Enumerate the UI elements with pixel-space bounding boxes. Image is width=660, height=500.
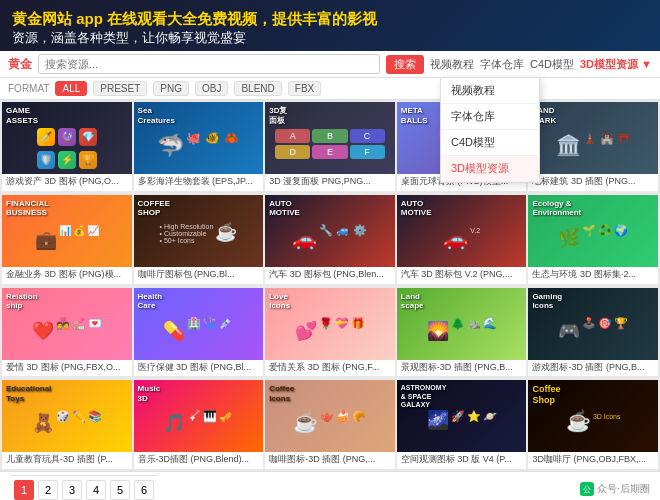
- grid-item-health[interactable]: HealthCare 💊 🏥 🩺 💉 医疗保健 3D 图标 (PNG,Bl...: [134, 288, 264, 377]
- grid-item-finance[interactable]: FINANCIALBUSINESS 💼 📊 💰 📈 金融业务 3D 图标 (PN…: [2, 195, 132, 284]
- grid-row-4: EducationalToys 🧸 🎲 ✏️ 📚 儿童教育玩具-3D 插图 (P…: [0, 378, 660, 471]
- filter-fbx[interactable]: FBX: [288, 81, 321, 96]
- page-4[interactable]: 4: [86, 480, 106, 500]
- grid-item-auto1[interactable]: AUTOMOTIVE 🚗 🔧 🚙 ⚙️ 汽车 3D 图标包 (PNG,Blen.…: [265, 195, 395, 284]
- grid-item-ecology[interactable]: Ecology &Environment 🌿 🌱 ♻️ 🌍 生态与环境 3D 图…: [528, 195, 658, 284]
- nav-dropdown: 视频教程 字体仓库 C4D模型 3D模型资源: [440, 77, 540, 183]
- filter-blend[interactable]: BLEND: [234, 81, 281, 96]
- page-6[interactable]: 6: [134, 480, 154, 500]
- navbar-links: 视频教程 字体仓库 C4D模型 3D模型资源 ▼: [430, 57, 652, 72]
- nav-c4d[interactable]: C4D模型: [530, 57, 574, 72]
- page-1[interactable]: 1: [14, 480, 34, 500]
- grid-item-music[interactable]: Music3D 🎵 🎸 🎹 🎺 音乐-3D插图 (PNG,Blend)...: [134, 380, 264, 469]
- nav-video[interactable]: 视频教程: [430, 57, 474, 72]
- banner-subtitle: 资源，涵盖各种类型，让你畅享视觉盛宴: [12, 29, 648, 47]
- caption-coffeeshop-row2: 咖啡厅图标包 (PNG,Bl...: [134, 267, 264, 284]
- grid-item-marine[interactable]: SeaCreatures 🦈 🐙 🐠 🦀 多彩海洋生物套装 (EPS,JP...: [134, 102, 264, 191]
- filter-all[interactable]: ALL: [55, 81, 87, 96]
- caption-marine: 多彩海洋生物套装 (EPS,JP...: [134, 174, 264, 191]
- grid-item-landscape[interactable]: Landscape 🌄 🌲 ⛰️ 🌊 景观图标-3D 插图 (PNG,B...: [397, 288, 527, 377]
- grid-item-coffeefood[interactable]: CoffeeIcons ☕ 🫖 🍰 🥐 咖啡图标-3D 插图 (PNG,...: [265, 380, 395, 469]
- nav-fonts[interactable]: 字体仓库: [480, 57, 524, 72]
- grid-item-space[interactable]: ASTRONOMY& SPACEGALAXY 🌌 🚀 ⭐ 🪐 空间观测图标 3D…: [397, 380, 527, 469]
- caption-music: 音乐-3D插图 (PNG,Blend)...: [134, 452, 264, 469]
- caption-love: 爱情关系 3D 图标 (PNG,F...: [265, 360, 395, 377]
- page-5[interactable]: 5: [110, 480, 130, 500]
- dropdown-item-c4d[interactable]: C4D模型: [441, 130, 539, 156]
- nav-3d[interactable]: 3D模型资源 ▼: [580, 57, 652, 72]
- grid-item-auto2[interactable]: AUTOMOTIVE 🚗 V.2 汽车 3D 图标包 V.2 (PNG,...: [397, 195, 527, 284]
- caption-coffeefood: 咖啡图标-3D 插图 (PNG,...: [265, 452, 395, 469]
- grid-item-3dicons[interactable]: 3D复面板 A B C D E F 3D 漫复面板 PNG,PNG...: [265, 102, 395, 191]
- footer-watermark: 公 众号·后期圈: [580, 482, 650, 496]
- pagination: 1 2 3 4 5 6: [10, 475, 158, 500]
- caption-gaming: 游戏图标-3D 插图 (PNG,B...: [528, 360, 658, 377]
- dropdown-item-3d[interactable]: 3D模型资源: [441, 156, 539, 182]
- grid-item-edtoys[interactable]: EducationalToys 🧸 🎲 ✏️ 📚 儿童教育玩具-3D 插图 (P…: [2, 380, 132, 469]
- grid-row-3: Relationship ❤️ 💑 💒 💌 爱情 3D 图标 (PNG,FBX,…: [0, 286, 660, 379]
- page-3[interactable]: 3: [62, 480, 82, 500]
- grid-item-love[interactable]: LoveIcons 💕 🌹 💝 🎁 爱情关系 3D 图标 (PNG,F...: [265, 288, 395, 377]
- caption-relationship: 爱情 3D 图标 (PNG,FBX,O...: [2, 360, 132, 377]
- grid-item-relationship[interactable]: Relationship ❤️ 💑 💒 💌 爱情 3D 图标 (PNG,FBX,…: [2, 288, 132, 377]
- bottom-bar: 1 2 3 4 5 6 公 众号·后期圈: [0, 471, 660, 500]
- footer-text: 众号·后期圈: [597, 482, 650, 496]
- search-button[interactable]: 搜索: [386, 55, 424, 74]
- caption-auto1: 汽车 3D 图标包 (PNG,Blen...: [265, 267, 395, 284]
- caption-landscape: 景观图标-3D 插图 (PNG,B...: [397, 360, 527, 377]
- filter-png[interactable]: PNG: [153, 81, 189, 96]
- filter-obj[interactable]: OBJ: [195, 81, 228, 96]
- banner: 黄金网站 app 在线观看大全免费视频，提供丰富的影视 资源，涵盖各种类型，让你…: [0, 0, 660, 51]
- dropdown-item-video[interactable]: 视频教程: [441, 78, 539, 104]
- grid-row-2: FINANCIALBUSINESS 💼 📊 💰 📈 金融业务 3D 图标 (PN…: [0, 193, 660, 286]
- caption-landmark: 地标建筑 3D 插图 (PNG...: [528, 174, 658, 191]
- grid-item-landmark[interactable]: LANDMARK 🏛️ 🗼 🏰 ⛩️ 地标建筑 3D 插图 (PNG...: [528, 102, 658, 191]
- navbar: 黄金 搜索 视频教程 字体仓库 C4D模型 3D模型资源 ▼ 视频教程 字体仓库…: [0, 51, 660, 78]
- caption-edtoys: 儿童教育玩具-3D 插图 (P...: [2, 452, 132, 469]
- caption-space: 空间观测图标 3D 版 V4 (P...: [397, 452, 527, 469]
- grid-item-game[interactable]: GAMEASSETS 🗡️ 🔮 💎 🛡️ ⚡ 🏆 游戏资产 3D 图标 (PNG…: [2, 102, 132, 191]
- grid-item-coffeeshop-3d[interactable]: CoffeeShop ☕ 3D Icons 3D咖啡厅 (PNG,OBJ,FBX…: [528, 380, 658, 469]
- caption-health: 医疗保健 3D 图标 (PNG,Bl...: [134, 360, 264, 377]
- banner-title: 黄金网站 app 在线观看大全免费视频，提供丰富的影视: [12, 8, 648, 29]
- grid-item-coffeeshop-row2[interactable]: COFFEESHOP • High Resolution• Customizab…: [134, 195, 264, 284]
- caption-coffeeshop-3d: 3D咖啡厅 (PNG,OBJ,FBX,...: [528, 452, 658, 469]
- filter-bar: FORMAT ALL PRESET PNG OBJ BLEND FBX: [0, 78, 660, 100]
- filter-label: FORMAT: [8, 83, 49, 94]
- caption-finance: 金融业务 3D 图标 (PNG)模...: [2, 267, 132, 284]
- filter-preset[interactable]: PRESET: [93, 81, 147, 96]
- site-logo: 黄金: [8, 56, 32, 73]
- wechat-icon: 公: [580, 482, 594, 496]
- caption-3d: 3D 漫复面板 PNG,PNG...: [265, 174, 395, 191]
- grid-row-1: GAMEASSETS 🗡️ 🔮 💎 🛡️ ⚡ 🏆 游戏资产 3D 图标 (PNG…: [0, 100, 660, 193]
- dropdown-item-fonts[interactable]: 字体仓库: [441, 104, 539, 130]
- caption-game: 游戏资产 3D 图标 (PNG,O...: [2, 174, 132, 191]
- grid-item-gaming[interactable]: GamingIcons 🎮 🕹️ 🎯 🏆 游戏图标-3D 插图 (PNG,B..…: [528, 288, 658, 377]
- page-2[interactable]: 2: [38, 480, 58, 500]
- caption-auto2: 汽车 3D 图标包 V.2 (PNG,...: [397, 267, 527, 284]
- search-input[interactable]: [38, 54, 380, 74]
- caption-ecology: 生态与环境 3D 图标集·2...: [528, 267, 658, 284]
